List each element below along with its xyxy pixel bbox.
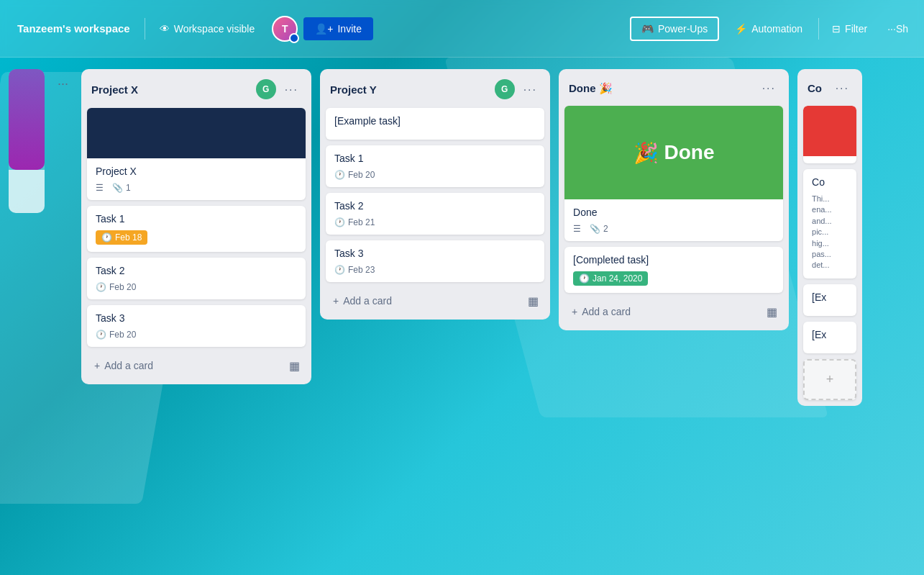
card-template-btn-x[interactable]: ▦ xyxy=(286,356,303,376)
card-title-completed: [Completed task] xyxy=(573,254,774,266)
column-project-x: Project X G ··· Project X ☰ 📎 1 Task 1 xyxy=(81,69,311,384)
column-menu-project-y[interactable]: ··· xyxy=(519,81,541,99)
add-icon-y: + xyxy=(333,295,339,307)
collapsed-column[interactable] xyxy=(9,69,45,213)
collapsed-bottom xyxy=(9,170,45,213)
automation-button[interactable]: ⚡ Automation xyxy=(725,18,813,40)
col-more-left-btn[interactable]: ··· xyxy=(53,75,73,93)
card-meta-done: ☰ 📎 2 xyxy=(573,224,774,234)
card-task2-x[interactable]: Task 2 🕐 Feb 20 xyxy=(87,258,306,299)
card-meta-list: ☰ xyxy=(96,183,104,193)
column-menu-dots: ··· xyxy=(285,83,298,96)
card-task3-x[interactable]: Task 3 🕐 Feb 20 xyxy=(87,305,306,347)
card-meta-task2-y: 🕐 Feb 21 xyxy=(334,217,536,227)
column-header-project-x: Project X G ··· xyxy=(87,76,306,102)
card-meta-attach: 📎 1 xyxy=(112,183,131,193)
visibility-icon: 👁 xyxy=(160,23,170,35)
card-title-task2-x: Task 2 xyxy=(96,265,297,276)
attach-icon: 📎 xyxy=(112,183,123,193)
clock-icon-y2: 🕐 xyxy=(334,217,345,227)
column-avatar-project-x: G xyxy=(256,79,276,99)
clock-icon-3: 🕐 xyxy=(96,330,106,340)
card-meta-task1-x: 🕐 Feb 18 xyxy=(96,230,297,245)
column-menu-dots-done: ··· xyxy=(762,82,776,94)
column-avatar-project-y: G xyxy=(495,79,515,99)
powerups-button[interactable]: 🎮 Power-Ups xyxy=(630,17,719,41)
card-partial-2[interactable]: Co Thi...ena...and...pic...hig...pas...d… xyxy=(803,169,856,279)
card-meta-project-x: ☰ 📎 1 xyxy=(96,183,297,193)
avatar-badge xyxy=(289,33,299,43)
attach-count-done: 2 xyxy=(603,224,608,234)
card-partial-text: Thi...ena...and...pic...hig...pas...det.… xyxy=(812,194,848,271)
column-header-partial: Co ··· xyxy=(803,76,856,100)
card-done-cover[interactable]: 🎉 Done Done ☰ 📎 2 xyxy=(564,106,783,241)
card-cover-red xyxy=(803,106,856,156)
column-menu-project-x[interactable]: ··· xyxy=(280,81,303,99)
date-label-y3: Feb 23 xyxy=(348,265,375,275)
powerups-icon: 🎮 xyxy=(641,23,654,35)
automation-label: Automation xyxy=(751,23,802,35)
invite-button[interactable]: 👤+ Invite xyxy=(303,17,373,40)
date-item-task3-x: 🕐 Feb 20 xyxy=(96,330,136,340)
board-area: ··· Project X G ··· Project X ☰ 📎 1 xyxy=(0,58,924,575)
card-template-btn-y[interactable]: ▦ xyxy=(525,291,541,311)
date-badge-green: 🕐 Jan 24, 2020 xyxy=(573,271,648,286)
card-meta-list-done: ☰ xyxy=(573,224,581,234)
column-title-project-x: Project X xyxy=(91,83,252,96)
card-cover-dark xyxy=(87,108,306,158)
card-project-x-cover[interactable]: Project X ☰ 📎 1 xyxy=(87,108,306,200)
automation-icon: ⚡ xyxy=(735,23,747,35)
column-title-project-y: Project Y xyxy=(330,83,490,96)
add-card-btn-y[interactable]: + Add a card xyxy=(329,289,525,312)
filter-button[interactable]: ⊟ Filter xyxy=(825,18,874,40)
attach-count: 1 xyxy=(126,183,131,193)
date-label-y1: Feb 20 xyxy=(348,170,375,180)
date-label-3: Feb 20 xyxy=(109,330,136,340)
add-card-footer-done: + Add a card ▦ xyxy=(564,299,783,325)
card-completed-task[interactable]: [Completed task] 🕐 Jan 24, 2020 xyxy=(564,247,783,293)
column-menu-partial[interactable]: ··· xyxy=(831,79,854,97)
card-partial-title-2: Co xyxy=(812,176,848,188)
card-title-example-y: [Example task] xyxy=(334,115,536,127)
card-title-task1-y: Task 1 xyxy=(334,153,536,164)
card-template-btn-done[interactable]: ▦ xyxy=(764,302,780,322)
card-partial-title-4: [Ex xyxy=(812,329,848,340)
more-nav-label: Sh xyxy=(896,23,908,35)
card-example-y[interactable]: [Example task] xyxy=(326,108,544,140)
card-title-project-x: Project X xyxy=(96,166,297,177)
done-emoji: 🎉 xyxy=(633,141,659,165)
column-title-partial: Co xyxy=(808,82,827,94)
column-menu-done[interactable]: ··· xyxy=(758,79,780,97)
card-task3-y[interactable]: Task 3 🕐 Feb 23 xyxy=(326,240,544,282)
invite-label: Invite xyxy=(337,23,361,35)
card-task2-y[interactable]: Task 2 🕐 Feb 21 xyxy=(326,193,544,235)
powerups-label: Power-Ups xyxy=(658,23,708,35)
card-partial-3[interactable]: [Ex xyxy=(803,284,856,316)
add-icon-x: + xyxy=(94,360,100,371)
more-nav-dots: ··· xyxy=(887,23,896,35)
card-partial-4[interactable]: [Ex xyxy=(803,322,856,353)
date-item-task2-x: 🕐 Feb 20 xyxy=(96,282,136,292)
add-card-btn-done[interactable]: + Add a card xyxy=(567,300,764,323)
add-card-btn-x[interactable]: + Add a card xyxy=(90,354,286,377)
card-task1-y[interactable]: Task 1 🕐 Feb 20 xyxy=(326,145,544,187)
more-nav-button[interactable]: ··· Sh xyxy=(880,18,915,40)
user-avatar-container[interactable]: T xyxy=(272,16,298,42)
add-card-footer-x: + Add a card ▦ xyxy=(87,353,306,379)
column-header-done: Done 🎉 ··· xyxy=(564,76,783,100)
clock-icon: 🕐 xyxy=(101,232,112,243)
card-meta-task1-y: 🕐 Feb 20 xyxy=(334,170,536,180)
card-partial-5[interactable]: + xyxy=(803,359,856,400)
card-task1-x[interactable]: Task 1 🕐 Feb 18 xyxy=(87,206,306,252)
dots-icon: ··· xyxy=(58,76,68,91)
invite-icon: 👤+ xyxy=(315,23,333,35)
column-menu-dots-partial: ··· xyxy=(836,82,849,94)
add-card-label-y: Add a card xyxy=(343,295,392,307)
workspace-label[interactable]: Tanzeem's workspace xyxy=(9,18,139,39)
add-card-footer-y: + Add a card ▦ xyxy=(326,288,544,314)
date-item-task1-y: 🕐 Feb 20 xyxy=(334,170,375,180)
card-partial-1[interactable] xyxy=(803,106,856,163)
card-meta-attach-done: 📎 2 xyxy=(590,224,608,234)
workspace-visibility[interactable]: 👁 Workspace visible xyxy=(151,19,264,39)
column-done: Done 🎉 ··· 🎉 Done Done ☰ 📎 2 xyxy=(559,69,789,330)
